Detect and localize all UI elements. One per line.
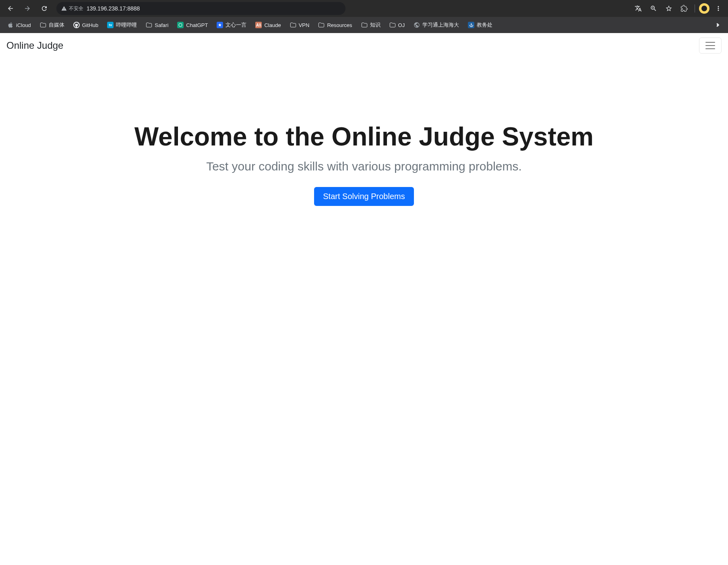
bookmark-vpn[interactable]: VPN [287,20,313,30]
folder-icon [290,22,296,28]
navbar-brand[interactable]: Online Judge [6,40,63,51]
bookmark-label: VPN [299,22,310,28]
back-button[interactable] [3,1,18,16]
toolbar-divider [695,4,695,12]
hero-title: Welcome to the Online Judge System [16,123,712,151]
bookmark-wenxin[interactable]: 文心一言 [213,19,250,31]
bookmark-safari[interactable]: Safari [143,20,172,30]
hero-subtitle: Test your coding skills with various pro… [16,160,712,173]
chatgpt-icon [177,22,184,28]
bookmark-github[interactable]: GitHub [70,20,101,30]
anchor-icon [468,22,474,28]
bookmark-label: 文心一言 [225,21,246,29]
bookmark-icloud[interactable]: iCloud [4,20,34,30]
apple-icon [7,22,14,28]
bookmark-resources[interactable]: Resources [315,20,355,30]
forward-button[interactable] [20,1,35,16]
bookmark-label: ChatGPT [186,22,208,28]
translate-icon[interactable] [632,2,645,15]
bookmark-label: 学习通上海海大 [422,21,459,29]
navbar: Online Judge [0,33,728,58]
wenxin-icon [217,22,223,28]
bookmark-label: 哔哩哔哩 [116,21,137,29]
bookmark-label: 教务处 [477,21,492,29]
bilibili-icon: tv [107,22,114,28]
bookmark-zimeiti[interactable]: 自媒体 [37,19,68,31]
bookmark-chatgpt[interactable]: ChatGPT [174,20,211,30]
bookmark-label: 自媒体 [49,21,64,29]
bookmark-jiaowuchu[interactable]: 教务处 [465,19,496,31]
bookmark-oj[interactable]: OJ [386,20,408,30]
bookmark-zhishi[interactable]: 知识 [358,19,384,31]
bookmark-bilibili[interactable]: tv 哔哩哔哩 [104,19,140,31]
bookmark-star-icon[interactable] [662,2,675,15]
bookmark-label: Resources [327,22,352,28]
menu-icon[interactable] [712,2,725,15]
bookmark-label: iCloud [16,22,31,28]
bookmark-label: Safari [155,22,168,28]
hamburger-icon [705,42,715,49]
warning-icon [61,6,67,11]
browser-chrome: 不安全 139.196.238.17:8888 [0,0,728,33]
profile-avatar[interactable] [699,3,709,14]
bookmark-claude[interactable]: A\\ Claude [252,20,284,30]
bookmarks-overflow-button[interactable] [711,19,724,31]
browser-toolbar: 不安全 139.196.238.17:8888 [0,0,728,17]
svg-point-0 [179,23,182,27]
page-content: Online Judge Welcome to the Online Judge… [0,33,728,222]
folder-icon [389,22,396,28]
bookmark-label: 知识 [370,21,381,29]
zoom-icon[interactable] [647,2,660,15]
extensions-icon[interactable] [678,2,691,15]
bookmark-label: Claude [264,22,281,28]
hero-section: Welcome to the Online Judge System Test … [0,58,728,222]
bookmark-label: GitHub [82,22,98,28]
bookmarks-bar: iCloud 自媒体 GitHub tv 哔哩哔哩 [0,17,728,33]
start-solving-button[interactable]: Start Solving Problems [314,187,414,206]
security-badge: 不安全 [61,5,83,12]
url-text: 139.196.238.17:8888 [87,5,140,12]
navbar-toggler-button[interactable] [699,37,722,54]
folder-icon [361,22,368,28]
bookmark-xuexitong[interactable]: 学习通上海海大 [410,19,462,31]
folder-icon [318,22,325,28]
folder-icon [146,22,152,28]
toolbar-right [632,2,725,15]
bookmark-label: OJ [398,22,405,28]
claude-icon: A\\ [255,22,262,28]
reload-button[interactable] [37,1,52,16]
security-label: 不安全 [69,5,83,12]
folder-icon [40,22,46,28]
github-icon [73,22,80,28]
address-bar[interactable]: 不安全 139.196.238.17:8888 [56,2,345,15]
globe-icon [414,22,420,28]
